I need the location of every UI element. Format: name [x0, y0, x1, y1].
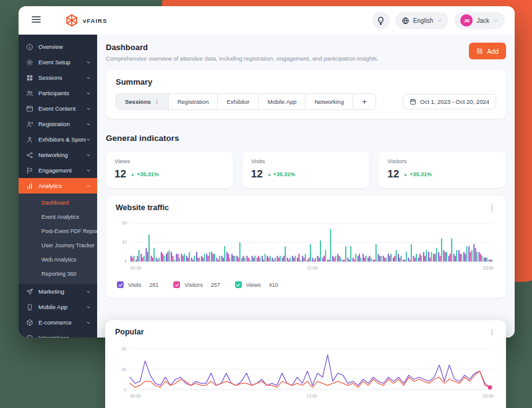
popular-title: Popular [115, 328, 144, 336]
indicator-label: Visits [251, 158, 361, 164]
plugin-icon [26, 334, 33, 338]
svg-text:20: 20 [122, 221, 127, 225]
chevron-down-icon [86, 75, 91, 80]
sidebar-item-label: Event Setup [38, 59, 86, 66]
svg-text:0: 0 [124, 259, 127, 263]
info-icon [26, 43, 33, 51]
sidebar-item-participants[interactable]: Participants [19, 85, 97, 101]
user-name: Jack [476, 17, 489, 24]
submenu-item-web-analytics[interactable]: Web Analytics [19, 252, 97, 266]
sidebar-item-analytics[interactable]: Analytics [19, 178, 97, 193]
sidebar-item-e-commerce[interactable]: E-commerce [19, 315, 97, 330]
indicator-card-views: Views12+35.31% [106, 151, 233, 188]
indicator-label: Views [114, 158, 225, 164]
person-plus-icon [26, 121, 33, 128]
legend-checkbox[interactable] [173, 281, 180, 288]
language-selector[interactable]: English [395, 12, 449, 29]
sidebar-item-label: Marketing [38, 288, 86, 295]
popular-card: Popular 0102000:0012:0023:50 [105, 320, 506, 408]
kebab-menu-icon[interactable] [488, 328, 496, 336]
sidebar-item-integrations[interactable]: Integrations [19, 330, 97, 338]
sidebar-item-sessions[interactable]: Sessions [19, 70, 97, 85]
chevron-down-icon [86, 122, 91, 127]
avatar: JM [460, 14, 473, 27]
main-content: Dashboard Comprehensive overview of atte… [97, 35, 515, 338]
globe-icon [401, 17, 410, 25]
sidebar-item-mobile-app[interactable]: Mobile App [19, 299, 97, 315]
submenu-item-reporting-360[interactable]: Reporting 360 [19, 266, 97, 281]
svg-text:00:00: 00:00 [131, 266, 142, 270]
sidebar-item-registration[interactable]: Registration [19, 116, 97, 132]
submenu-item-dashboard[interactable]: Dashboard [19, 195, 97, 210]
add-tab-button[interactable]: + [353, 94, 375, 109]
date-range-label: Oct 1, 2023 - Oct 20, 2024 [420, 98, 489, 105]
summary-tab-networking[interactable]: Networking [306, 94, 353, 109]
legend-count: 257 [211, 282, 220, 288]
legend-label: Views [246, 282, 261, 288]
vfairs-logo-icon [65, 14, 79, 27]
sidebar-item-networking[interactable]: Networking [19, 147, 97, 163]
chevron-down-icon [86, 305, 91, 310]
chevron-down-icon [86, 153, 91, 158]
chevron-down-icon [86, 106, 91, 111]
chevron-down-icon [86, 137, 91, 142]
sidebar-item-engagement[interactable]: Engagement [19, 163, 97, 178]
chevron-down-icon [86, 320, 91, 325]
flag-icon [26, 167, 33, 174]
summary-tab-sessions[interactable]: Sessions [116, 94, 169, 109]
legend-checkbox[interactable] [117, 281, 124, 288]
summary-tab-registration[interactable]: Registration [169, 94, 218, 109]
svg-text:10: 10 [122, 240, 127, 244]
chevron-up-icon [86, 184, 91, 189]
sidebar-item-overview[interactable]: Overview [19, 39, 97, 54]
sidebar-item-exhibitors-sponsors[interactable]: Exhibitors & Sponsors [19, 132, 97, 147]
sidebar-item-marketing[interactable]: Marketing [19, 284, 97, 299]
ideas-button[interactable] [372, 12, 390, 29]
indicator-value: 12 [387, 168, 399, 181]
indicator-value: 12 [114, 168, 126, 181]
share-icon [26, 151, 33, 159]
sidebar-item-label: Sessions [38, 74, 86, 81]
sidebar-item-event-content[interactable]: Event Content [19, 101, 97, 116]
triangle-up-icon [131, 172, 135, 177]
gear-icon [26, 59, 33, 66]
website-traffic-title: Website traffic [116, 203, 169, 212]
sidebar-item-label: Exhibitors & Sponsors [38, 136, 86, 143]
legend-checkbox[interactable] [235, 281, 242, 288]
person-icon [26, 136, 33, 143]
add-widget-icon [476, 48, 483, 54]
indicator-delta: +35.31% [410, 171, 432, 177]
tab-kebab-icon[interactable] [154, 99, 160, 104]
hamburger-menu-icon[interactable] [31, 14, 41, 27]
sidebar-item-label: Analytics [38, 182, 86, 189]
summary-tab-group: SessionsRegistrationExhibitorMobile AppN… [116, 93, 376, 110]
analytics-submenu: DashboardEvent AnalyticsPost-Event PDF R… [19, 193, 97, 284]
add-button[interactable]: Add [469, 43, 506, 59]
indicator-delta: +35.31% [137, 171, 159, 177]
sidebar-item-event-setup[interactable]: Event Setup [19, 54, 97, 70]
summary-tab-mobile-app[interactable]: Mobile App [259, 94, 306, 109]
sidebar-item-label: Engagement [38, 167, 86, 174]
brand-name: vFAIRS [83, 17, 107, 24]
submenu-item-user-journey-tracker[interactable]: User Journey Tracker [19, 238, 97, 252]
svg-text:20: 20 [121, 347, 126, 351]
legend-count: 281 [149, 282, 158, 288]
indicator-value: 12 [251, 168, 263, 181]
page-title: Dashboard [106, 43, 379, 52]
sidebar-item-label: Participants [38, 90, 86, 96]
legend-label: Visits [128, 282, 141, 288]
sidebar-item-label: Event Content [38, 105, 86, 112]
summary-tab-exhibitor[interactable]: Exhibitor [218, 94, 259, 109]
chevron-down-icon [86, 336, 91, 338]
triangle-up-icon [403, 172, 408, 177]
submenu-item-post-event-pdf-report[interactable]: Post-Event PDF Report [19, 224, 97, 238]
kebab-menu-icon[interactable] [488, 204, 496, 212]
window-icon [26, 105, 33, 113]
submenu-item-event-analytics[interactable]: Event Analytics [19, 210, 97, 224]
user-menu[interactable]: JM Jack [454, 12, 505, 29]
date-range-button[interactable]: Oct 1, 2023 - Oct 20, 2024 [403, 94, 496, 109]
package-icon [26, 319, 33, 326]
chevron-down-icon [86, 91, 91, 96]
svg-text:12:00: 12:00 [307, 266, 318, 270]
send-icon [26, 288, 33, 295]
